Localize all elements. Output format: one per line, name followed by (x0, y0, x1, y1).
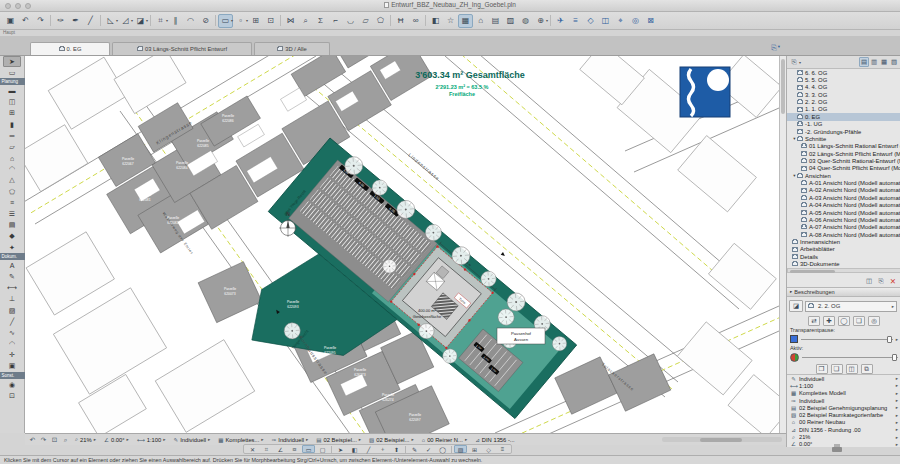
vertical-scrollbar[interactable] (779, 56, 786, 433)
tree-item-elevation[interactable]: A-03 Ansicht Nord (Modell automatisch wi… (787, 194, 900, 201)
tree-item-story[interactable]: 1. 1. OG (787, 106, 900, 113)
dimension-tool-icon[interactable]: ⟷ (3, 283, 21, 294)
tree-item-story[interactable]: 2. 2. OG (787, 98, 900, 105)
fill-tool-icon[interactable]: ▨ (3, 305, 21, 316)
quick-layers-icon[interactable]: ▦ (458, 14, 473, 28)
suspend-groups-icon[interactable]: ▭ (302, 445, 315, 453)
teamwork-send-icon[interactable]: ✈ (553, 14, 568, 28)
home-story-icon[interactable]: ⌂ (473, 14, 488, 28)
tree-group-ansichten[interactable]: ▾Ansichten (787, 172, 900, 179)
settings-icon[interactable]: ◎ (868, 316, 880, 326)
grid-display-icon[interactable]: ⊞ (468, 445, 481, 453)
polyline-tool-icon[interactable]: ∿ (3, 327, 21, 338)
figure-tool-icon[interactable]: ▣ (3, 361, 21, 372)
tree-item-section[interactable]: 04 Quer-Schnitt Pflicht Entwurf (Modell … (787, 165, 900, 172)
text-tool-icon[interactable]: A (3, 260, 21, 271)
adjust-icon[interactable]: ▱ (358, 14, 373, 28)
camera-tool-icon[interactable]: ◉ (3, 379, 21, 390)
favorites-icon[interactable]: ☆ (443, 14, 458, 28)
tree-item-3d-dokumente[interactable]: 3D-Dokumente (787, 260, 900, 267)
window-tool-icon[interactable]: ⊞ (3, 108, 21, 119)
diamond-icon[interactable]: ◇ (482, 445, 495, 453)
scale-control[interactable]: ⟷1:100▸ (133, 434, 170, 446)
group-icon[interactable]: ⊞ (248, 14, 263, 28)
tree-item-innenansichten[interactable]: Innenansichten (787, 238, 900, 245)
list-icon[interactable]: ≡ (496, 445, 509, 453)
arc-tool-icon[interactable]: ◠ (3, 339, 21, 350)
undo-icon[interactable]: ↶ (18, 14, 33, 28)
snap-guides-icon[interactable]: ◠ (183, 14, 198, 28)
tree-item-elevation[interactable]: A-01 Ansicht Nord (Modell automatisch wi… (787, 179, 900, 186)
setting-pen-set[interactable]: ✎Individuell▸ (787, 375, 900, 382)
trace-panel-header[interactable]: ▸ Beschreibungen (787, 287, 900, 297)
setting-structure-display[interactable]: ▦Komplettes Modell▸ (787, 390, 900, 397)
marquee-tool-icon[interactable]: ▭ (3, 67, 21, 78)
zoom-back-icon[interactable]: ↶ (27, 436, 38, 444)
tab-section[interactable]: 03 Längs-Schnitt Pflicht Entwurf (112, 42, 252, 55)
trim-icon[interactable]: ⋈ (283, 14, 298, 28)
fill-display-icon[interactable]: ▨ (454, 445, 467, 453)
setting-model-view[interactable]: ▤02 Beispiel Genehmigungsplanung▸ (787, 404, 900, 411)
tree-item-story[interactable]: 3. 3. OG (787, 91, 900, 98)
object-tool-icon[interactable]: ✦ (3, 242, 21, 253)
arrow-tool-icon[interactable]: ➤ (3, 56, 21, 67)
tree-item-story[interactable]: -2. Gründungs-Pfähle (787, 128, 900, 135)
line-tool-icon[interactable]: ╱ (3, 316, 21, 327)
zoom-level-control[interactable]: ⌕21%▸ (71, 434, 100, 446)
project-map-icon[interactable]: ▤ (859, 57, 869, 67)
redo-icon[interactable]: ↷ (33, 14, 48, 28)
eyedropper-icon[interactable]: ╱ (83, 14, 98, 28)
profile-manager-icon[interactable]: ◍ (518, 14, 533, 28)
tree-item-elevation[interactable]: A-06 Ansicht Nord (Modell automatisch wi… (787, 216, 900, 223)
tree-item-section[interactable]: 03 Quer-Schnitt Rational-Entwurf (Modell… (787, 157, 900, 164)
hotspot-tool-icon[interactable]: ✛ (3, 350, 21, 361)
plus-icon[interactable]: ＋ (376, 445, 389, 453)
pickup-parameters-icon[interactable]: ✑ (53, 14, 68, 28)
tree-item-story-selected[interactable]: 0. EG (787, 113, 900, 120)
cancel-icon[interactable]: ✕ (246, 445, 259, 453)
column-tool-icon[interactable]: ▮ (3, 119, 21, 130)
review-icon[interactable]: ⌖ (613, 14, 628, 28)
tree-item-elevation[interactable]: A-08 Ansicht Nord (Modell automatisch wi… (787, 231, 900, 238)
orientation-control[interactable]: ∠0.00°▸ (100, 434, 133, 446)
pen-set-control[interactable]: ✎Individuell▸ (170, 434, 215, 446)
zoom-icon[interactable]: ⌕ (60, 436, 71, 444)
grid-snap-icon[interactable]: ⌗ (260, 445, 273, 453)
dimension-style-icon[interactable]: Ħ (393, 14, 408, 28)
circle-icon[interactable]: ◯ (436, 445, 449, 453)
tree-item-elevation[interactable]: A-04 Ansicht Nord (Modell automatisch wi… (787, 201, 900, 208)
curtain-wall-tool-icon[interactable]: ▤ (3, 220, 21, 231)
active-color-swatch[interactable] (790, 353, 799, 362)
guide-lines-icon[interactable]: ∥ (168, 14, 183, 28)
tree-item-details[interactable]: Details (787, 253, 900, 260)
roof-tool-icon[interactable]: ⌂ (3, 153, 21, 164)
level-dimension-tool-icon[interactable]: ⊥ (3, 294, 21, 305)
publisher-icon[interactable]: ▧ (889, 57, 899, 67)
morph-tool-icon[interactable]: ◆ (3, 231, 21, 242)
layouts-icon[interactable]: ▤ (488, 14, 503, 28)
edit-icon[interactable]: ✎ (408, 445, 421, 453)
stair-tool-icon[interactable]: ≡ (3, 197, 21, 208)
modular-grid-icon[interactable]: ⊡ (263, 14, 278, 28)
mesh-tool-icon[interactable]: △ (3, 175, 21, 186)
splitter-icon[interactable]: ❐ (816, 364, 828, 374)
drawing-canvas[interactable]: 1.50 6.00 1.50 6.00 altes Wege-Recht Weg… (25, 56, 779, 433)
active-slider[interactable] (802, 354, 898, 361)
zone-tool-icon[interactable]: ⬠ (3, 186, 21, 197)
detach-panel-icon[interactable]: ⎘ (876, 276, 886, 286)
tree-item-elevation[interactable]: A-07 Ansicht Nord (Modell automatisch wi… (787, 224, 900, 231)
half-snap-icon[interactable]: ◧ (348, 445, 361, 453)
tree-item-section[interactable]: 02 Längs-Schnitt Pflicht Entwurf (Modell… (787, 150, 900, 157)
reference-color-swatch[interactable] (790, 335, 798, 343)
tree-item-story[interactable]: 4. 4. OG (787, 84, 900, 91)
wall-tool-icon[interactable]: ▬ (3, 85, 21, 96)
magnet-icon[interactable]: ⧈ (288, 445, 301, 453)
layers-icon[interactable]: ◧ (428, 14, 443, 28)
switch-reference-icon[interactable]: ⇄ (808, 316, 820, 326)
tree-item-elevation[interactable]: A-02 Ansicht Nord (Modell automatisch wi… (787, 187, 900, 194)
angle-snap-icon[interactable]: ∠ (274, 445, 287, 453)
link-icon[interactable]: ∞ (408, 14, 423, 28)
tree-item-story[interactable]: 6. 6. OG (787, 69, 900, 76)
slab-tool-icon[interactable]: ▱ (3, 141, 21, 152)
reference-select-field[interactable]: 2. 2. OG ▸ (805, 301, 897, 312)
